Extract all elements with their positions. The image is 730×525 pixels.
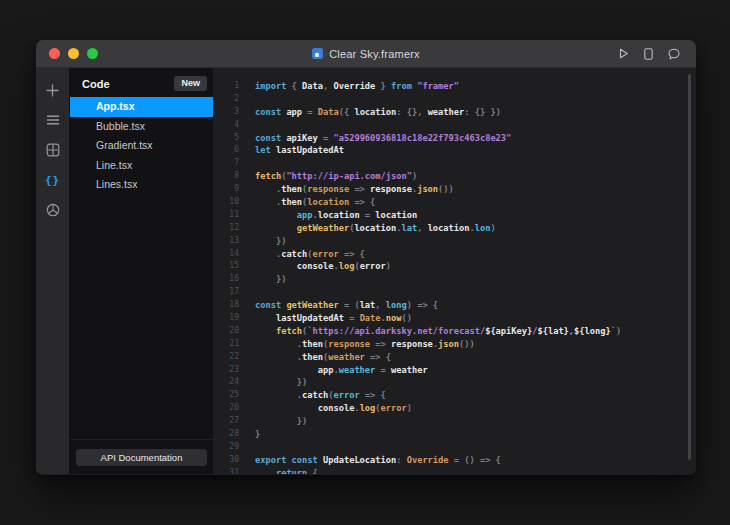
code-line: 6let lastUpdatedAt (213, 144, 696, 157)
line-number: 21 (213, 338, 239, 351)
preview-play-icon[interactable] (618, 48, 629, 59)
code-line: 8fetch("http://ip-api.com/json") (213, 170, 696, 183)
line-number: 26 (213, 402, 239, 415)
comment-icon[interactable] (668, 48, 680, 60)
line-number: 27 (213, 415, 239, 428)
line-number: 20 (213, 325, 239, 338)
file-item[interactable]: Line.tsx (70, 156, 213, 176)
line-number: 8 (213, 170, 239, 183)
file-list: App.tsxBubble.tsxGradient.tsxLine.tsxLin… (70, 97, 213, 195)
code-line: 22 .then(weather => { (213, 351, 696, 364)
code-line: 4 (213, 119, 696, 132)
line-number: 10 (213, 196, 239, 209)
file-item[interactable]: Bubble.tsx (70, 117, 213, 137)
line-number: 17 (213, 286, 239, 299)
line-number: 25 (213, 389, 239, 402)
line-number: 4 (213, 119, 239, 132)
code-line: 17 (213, 286, 696, 299)
line-number: 2 (213, 93, 239, 106)
code-line: 20 fetch(`https://api.darksky.net/foreca… (213, 325, 696, 338)
line-number: 29 (213, 441, 239, 454)
line-number: 14 (213, 248, 239, 261)
code-file-panel: Code New App.tsxBubble.tsxGradient.tsxLi… (70, 68, 213, 474)
code-line: 7 (213, 157, 696, 170)
code-line: 10 .then(location => { (213, 196, 696, 209)
line-number: 15 (213, 260, 239, 273)
line-number: 7 (213, 157, 239, 170)
document-icon (312, 48, 323, 59)
line-number: 16 (213, 273, 239, 286)
line-number: 5 (213, 132, 239, 145)
app-window: Clear Sky.framerx (36, 40, 696, 475)
file-item[interactable]: Lines.tsx (70, 175, 213, 195)
code-line: 12 getWeather(location.lat, location.lon… (213, 222, 696, 235)
sphere-icon[interactable] (36, 195, 70, 225)
minimize-button[interactable] (68, 48, 79, 59)
close-button[interactable] (49, 48, 60, 59)
code-line: 13 }) (213, 235, 696, 248)
code-line: 21 .then(response => response.json()) (213, 338, 696, 351)
line-number: 18 (213, 299, 239, 312)
code-line: 1import { Data, Override } from "framer" (213, 80, 696, 93)
code-line: 28} (213, 428, 696, 441)
code-line: 11 app.location = location (213, 209, 696, 222)
code-line: 23 app.weather = weather (213, 364, 696, 377)
line-number: 11 (213, 209, 239, 222)
code-line: 18const getWeather = (lat, long) => { (213, 299, 696, 312)
code-line: 27 }) (213, 415, 696, 428)
new-file-button[interactable]: New (174, 76, 207, 91)
add-icon[interactable] (36, 75, 70, 105)
code-editor[interactable]: 1import { Data, Override } from "framer"… (213, 68, 696, 474)
line-number: 31 (213, 467, 239, 474)
device-icon[interactable] (644, 48, 653, 60)
line-number: 1 (213, 80, 239, 93)
line-number: 28 (213, 428, 239, 441)
line-number: 3 (213, 106, 239, 119)
line-number: 9 (213, 183, 239, 196)
line-number: 13 (213, 235, 239, 248)
menu-icon[interactable] (36, 105, 70, 135)
code-line: 24 }) (213, 376, 696, 389)
code-line: 9 .then(response => response.json()) (213, 183, 696, 196)
code-line: 2 (213, 93, 696, 106)
panel-title: Code (82, 78, 110, 90)
code-line: 14 .catch(error => { (213, 248, 696, 261)
code-line: 5const apiKey = "a529960936818c18e22f793… (213, 132, 696, 145)
api-documentation-button[interactable]: API Documentation (76, 449, 207, 466)
code-line: 31 return { (213, 467, 696, 474)
code-braces-icon[interactable]: {} (36, 165, 70, 195)
scrollbar-thumb[interactable] (688, 74, 691, 460)
code-line: 16 }) (213, 273, 696, 286)
zoom-button[interactable] (87, 48, 98, 59)
file-item[interactable]: Gradient.tsx (70, 136, 213, 156)
code-line: 19 lastUpdatedAt = Date.now() (213, 312, 696, 325)
line-number: 22 (213, 351, 239, 364)
line-number: 12 (213, 222, 239, 235)
code-line: 30export const UpdateLocation: Override … (213, 454, 696, 467)
line-number: 23 (213, 364, 239, 377)
code-line: 29 (213, 441, 696, 454)
line-number: 6 (213, 144, 239, 157)
file-item[interactable]: App.tsx (70, 97, 213, 117)
window-title: Clear Sky.framerx (329, 48, 420, 60)
code-line: 26 console.log(error) (213, 402, 696, 415)
grid-icon[interactable] (36, 135, 70, 165)
code-line: 25 .catch(error => { (213, 389, 696, 402)
code-line: 3const app = Data({ location: {}, weathe… (213, 106, 696, 119)
line-number: 30 (213, 454, 239, 467)
titlebar[interactable]: Clear Sky.framerx (36, 40, 696, 68)
line-number: 19 (213, 312, 239, 325)
tool-rail: {} (36, 68, 70, 474)
traffic-lights (36, 48, 98, 59)
line-number: 24 (213, 376, 239, 389)
code-lines: 1import { Data, Override } from "framer"… (213, 80, 696, 474)
code-line: 15 console.log(error) (213, 260, 696, 273)
